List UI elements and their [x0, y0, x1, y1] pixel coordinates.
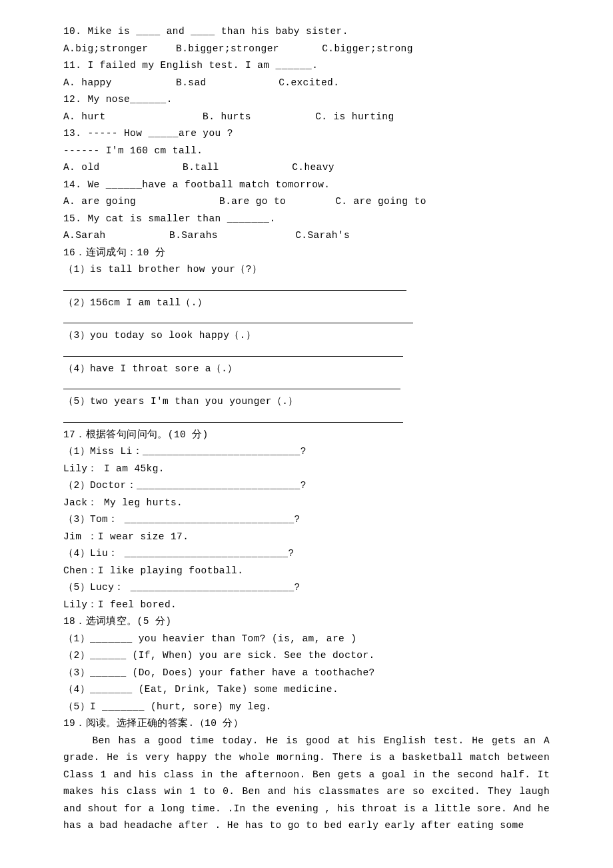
q13-opt-c: C.heavy: [292, 162, 334, 173]
q10-opt-a: A.big;stronger: [63, 41, 170, 58]
q19-paragraph: Ben has a good time today. He is good at…: [63, 733, 550, 835]
q13-stem: 13. ----- How _____are you ?: [63, 125, 550, 143]
q11-opt-b: B.sad: [176, 75, 273, 92]
blank-line: [63, 313, 413, 323]
q13-opt-b: B.tall: [183, 159, 286, 177]
q17-2b: Jack： My leg hurts.: [63, 495, 550, 512]
q14-options: A. are going B.are go to C. are going to: [63, 193, 550, 211]
q17-3b: Jim ：I wear size 17.: [63, 529, 550, 546]
q12-options: A. hurt B. hurts C. is hurting: [63, 109, 550, 126]
document-page: 10. Mike is ____ and ____ than his baby …: [0, 0, 613, 868]
q18-head: 18．选词填空。(5 分): [63, 613, 550, 631]
q16-5: （5）two years I'm than you younger（.）: [63, 393, 550, 411]
q14-opt-c: C. are going to: [335, 196, 426, 207]
q17-1b: Lily： I am 45kg.: [63, 461, 550, 478]
q15-opt-b: B.Sarahs: [169, 227, 289, 245]
q16-1: （1）is tall brother how your（?）: [63, 261, 550, 279]
q17-4b: Chen：I like playing football.: [63, 563, 550, 580]
q11-options: A. happy B.sad C.excited.: [63, 75, 550, 92]
q10-stem: 10. Mike is ____ and ____ than his baby …: [63, 23, 550, 41]
blank-line: [63, 281, 406, 291]
q18-4: （4）_______ (Eat, Drink, Take) some medic…: [63, 681, 550, 699]
q16-head: 16．连词成句：10 分: [63, 245, 550, 262]
q17-3a: （3）Tom： ____________________________?: [63, 511, 550, 529]
q16-4: （4）have I throat sore a（.）: [63, 361, 550, 378]
q16-2: （2）156cm I am tall（.）: [63, 295, 550, 312]
q17-2a: （2）Doctor：___________________________?: [63, 477, 550, 495]
blank-line: [63, 379, 400, 389]
q13-stem2: ------ I'm 160 cm tall.: [63, 143, 550, 160]
q19-head: 19．阅读。选择正确的答案.（10 分）: [63, 715, 550, 733]
q11-opt-a: A. happy: [63, 75, 170, 92]
blank-line: [63, 413, 403, 423]
q15-stem: 15. My cat is smaller than _______.: [63, 211, 550, 228]
q16-3: （3）you today so look happy（.）: [63, 327, 550, 345]
q15-options: A.Sarah B.Sarahs C.Sarah's: [63, 227, 550, 245]
q17-head: 17．根据答句问问句。(10 分): [63, 427, 550, 444]
q13-options: A. old B.tall C.heavy: [63, 159, 550, 177]
q18-2: （2）______ (If, When) you are sick. See t…: [63, 647, 550, 665]
q10-opt-c: C.bigger;strong: [322, 43, 413, 54]
q11-opt-c: C.excited.: [279, 77, 339, 88]
q15-opt-a: A.Sarah: [63, 227, 163, 245]
q17-5a: （5）Lucy： ___________________________?: [63, 579, 550, 597]
q18-1: （1）_______ you heavier than Tom? (is, am…: [63, 631, 550, 648]
q10-options: A.big;stronger B.bigger;stronger C.bigge…: [63, 41, 550, 58]
q12-stem: 12. My nose______.: [63, 91, 550, 109]
q18-5: （5）I _______ (hurt, sore) my leg.: [63, 699, 550, 716]
q12-opt-a: A. hurt: [63, 109, 197, 126]
q12-opt-b: B. hurts: [203, 109, 309, 126]
blank-line: [63, 347, 403, 357]
q14-stem: 14. We ______have a football match tomor…: [63, 177, 550, 194]
q11-stem: 11. I failed my English test. I am _____…: [63, 57, 550, 75]
q14-opt-b: B.are go to: [219, 193, 329, 211]
q15-opt-c: C.Sarah's: [295, 230, 350, 241]
q17-1a: （1）Miss Li：__________________________?: [63, 443, 550, 461]
q12-opt-c: C. is hurting: [315, 111, 394, 122]
q10-opt-b: B.bigger;stronger: [176, 41, 316, 58]
q14-opt-a: A. are going: [63, 193, 213, 211]
q17-4a: （4）Liu： ___________________________?: [63, 545, 550, 563]
q17-5b: Lily：I feel bored.: [63, 597, 550, 614]
q13-opt-a: A. old: [63, 159, 177, 177]
q18-3: （3）______ (Do, Does) your father have a …: [63, 665, 550, 682]
